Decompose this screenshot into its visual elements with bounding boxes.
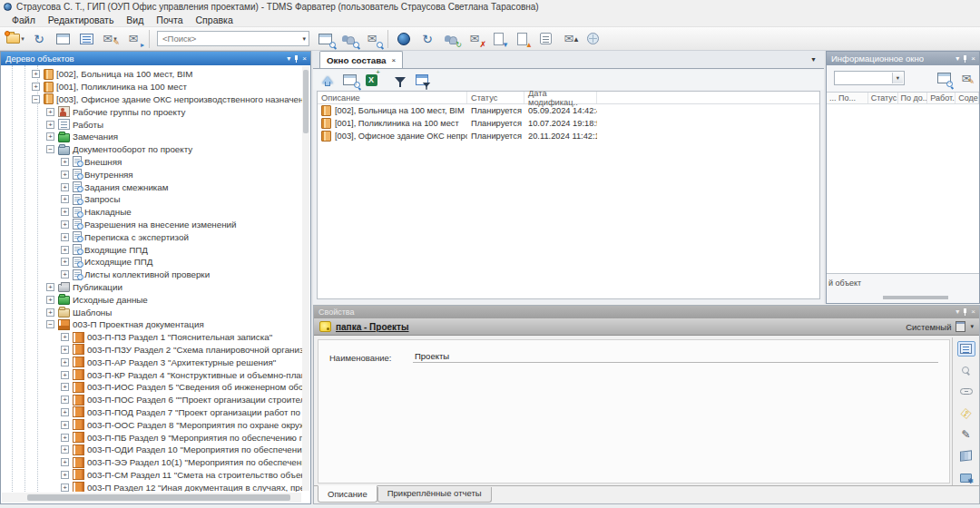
expand-icon[interactable]: + bbox=[61, 434, 69, 442]
table-row[interactable]: [003], Офисное здание ОКС непроизводст..… bbox=[318, 130, 819, 142]
category-settings-button[interactable] bbox=[957, 470, 975, 485]
expand-icon[interactable]: + bbox=[61, 484, 69, 492]
tree-item[interactable]: +003-П-АР Раздел 3 "Архитектурные решени… bbox=[1, 356, 302, 368]
close-icon[interactable]: × bbox=[302, 55, 307, 63]
tab-active[interactable]: Описание bbox=[318, 485, 377, 503]
tree-item[interactable]: +Входящие ППД bbox=[1, 243, 302, 256]
column-header[interactable]: Статус bbox=[467, 92, 524, 103]
tree-item[interactable]: +Внешняя bbox=[1, 156, 302, 169]
expand-icon[interactable]: + bbox=[61, 333, 69, 341]
access-button[interactable]: ⚿ bbox=[957, 405, 975, 421]
expand-icon[interactable]: + bbox=[61, 445, 69, 454]
close-icon[interactable]: × bbox=[971, 55, 975, 63]
tree-item[interactable]: +[002], Больница на 100 мест, BIM bbox=[1, 68, 302, 81]
filter-button[interactable] bbox=[389, 71, 411, 89]
tab-composition[interactable]: Окно состава × bbox=[319, 51, 403, 68]
tree-item[interactable]: +003-П-СМ Раздел 11 "Смета на строительс… bbox=[1, 469, 302, 482]
table-row[interactable]: [001], Поликлиника на 100 местПланируетс… bbox=[318, 117, 819, 130]
tree-item[interactable]: +Листы коллективной проверки bbox=[1, 269, 302, 281]
expand-icon[interactable]: + bbox=[46, 283, 54, 291]
tree-item[interactable]: +Рабочие группы по проекту bbox=[1, 105, 302, 118]
tree-item[interactable]: −003-П Проектная документация bbox=[1, 318, 302, 331]
close-icon[interactable]: × bbox=[971, 308, 975, 316]
expand-icon[interactable]: + bbox=[61, 171, 69, 179]
expand-icon[interactable]: + bbox=[46, 308, 54, 317]
object-card-button[interactable] bbox=[957, 341, 975, 357]
info-horizontal-scrollbar[interactable] bbox=[883, 296, 948, 299]
pin-icon[interactable] bbox=[294, 55, 299, 63]
tree-item[interactable]: +Накладные bbox=[1, 206, 302, 219]
document-send-button[interactable]: ▲ bbox=[511, 29, 533, 49]
tree-item[interactable]: +003-П-ОДИ Раздел 10 "Мероприятия по обе… bbox=[1, 444, 302, 456]
web-portal-button[interactable] bbox=[393, 29, 415, 49]
tree-item[interactable]: +Задания смежникам bbox=[1, 181, 302, 193]
info-mail-button[interactable]: ✉✎ bbox=[957, 68, 975, 88]
column-header[interactable]: ... По... bbox=[827, 93, 868, 103]
menu-item[interactable]: Редактировать bbox=[42, 15, 121, 25]
menu-item[interactable]: Вид bbox=[120, 15, 150, 25]
tree-item[interactable]: −[003], Офисное здание ОКС непроизводств… bbox=[1, 93, 302, 106]
panel-menu-icon[interactable]: ▾ bbox=[956, 55, 959, 63]
object-card-button[interactable] bbox=[75, 29, 97, 49]
expand-icon[interactable]: + bbox=[61, 258, 69, 266]
tree-item[interactable]: +003-П-ПЗУ Раздел 2 "Схема планировочной… bbox=[1, 344, 302, 357]
panel-menu-icon[interactable]: ▾ bbox=[287, 55, 290, 63]
tree-item[interactable]: +003-П-ПЗ Раздел 1 "Пояснительная записк… bbox=[1, 331, 302, 344]
expand-icon[interactable]: + bbox=[46, 132, 54, 141]
expand-icon[interactable]: + bbox=[46, 121, 54, 129]
column-header[interactable]: Статус bbox=[868, 93, 898, 103]
column-header[interactable]: Соде... bbox=[956, 93, 979, 103]
tree-item[interactable]: +Запросы bbox=[1, 193, 302, 206]
tree-item[interactable]: +Переписка с экспертизой bbox=[1, 230, 302, 243]
mail-delete-button[interactable]: ✉✗ bbox=[464, 29, 485, 49]
form-menu-icon[interactable] bbox=[956, 321, 965, 332]
internet-button[interactable] bbox=[582, 29, 603, 49]
chevron-down-icon[interactable]: ▾ bbox=[892, 73, 903, 83]
mail-send-button[interactable]: ✉▸ bbox=[122, 29, 144, 49]
tree-item[interactable]: +Публикации bbox=[1, 281, 302, 294]
edit-button[interactable]: ✎ bbox=[957, 427, 975, 443]
info-filter-combobox[interactable]: ▾ bbox=[834, 71, 905, 85]
expand-icon[interactable]: + bbox=[61, 408, 69, 416]
search-input[interactable]: <Поиск> bbox=[162, 34, 196, 44]
collapse-icon[interactable]: − bbox=[32, 95, 40, 103]
expand-icon[interactable]: + bbox=[61, 183, 69, 191]
report-search-button[interactable] bbox=[338, 71, 360, 89]
expand-icon[interactable]: + bbox=[61, 458, 69, 466]
expand-icon[interactable]: + bbox=[46, 296, 54, 304]
expand-icon[interactable]: + bbox=[61, 471, 69, 479]
search-combobox[interactable]: <Поиск> ▾ bbox=[157, 31, 309, 46]
expand-icon[interactable]: + bbox=[61, 421, 69, 429]
search-button[interactable] bbox=[957, 363, 975, 378]
pin-icon[interactable] bbox=[963, 308, 967, 316]
chevron-down-icon[interactable]: ▾ bbox=[21, 35, 24, 43]
tree-item[interactable]: +003-П-ПОД Раздел 7 "Проект организации … bbox=[1, 406, 302, 419]
expand-icon[interactable]: + bbox=[32, 70, 40, 78]
object-link[interactable]: папка - Проекты bbox=[336, 322, 409, 332]
tree-item[interactable]: +Разрешения на внесение изменений bbox=[1, 219, 302, 231]
expand-icon[interactable]: + bbox=[61, 358, 69, 366]
tree-item[interactable]: +[001], Поликлиника на 100 мест bbox=[1, 81, 302, 93]
expand-icon[interactable]: + bbox=[32, 83, 40, 91]
notes-button[interactable] bbox=[534, 29, 556, 49]
table-row[interactable]: [002], Больница на 100 мест, BIMПланируе… bbox=[318, 104, 819, 117]
expand-icon[interactable]: + bbox=[61, 246, 69, 254]
tree-item[interactable]: +003-П-ПОС Раздел 6 ""Проект организации… bbox=[1, 394, 302, 406]
menu-item[interactable]: Файл bbox=[5, 15, 42, 25]
search-users-button[interactable] bbox=[338, 29, 359, 49]
navigate-up-button[interactable] bbox=[317, 71, 338, 89]
menu-item[interactable]: Справка bbox=[190, 15, 240, 25]
mail-import-button[interactable]: ✉▲ bbox=[558, 29, 580, 49]
column-header[interactable]: Работ... bbox=[927, 93, 956, 103]
pin-icon[interactable] bbox=[963, 55, 967, 63]
column-header[interactable]: Дата модификац.. bbox=[524, 92, 597, 103]
menu-item[interactable]: Почта bbox=[150, 15, 189, 25]
expand-icon[interactable]: + bbox=[61, 233, 69, 241]
expand-icon[interactable]: + bbox=[61, 371, 69, 379]
tree-item[interactable]: +Шаблоны bbox=[1, 306, 302, 318]
versions-button[interactable] bbox=[957, 449, 975, 464]
expand-icon[interactable]: + bbox=[46, 108, 54, 116]
name-field[interactable]: Проекты bbox=[413, 351, 938, 363]
sync-refresh-button[interactable]: ↻ bbox=[416, 29, 438, 49]
column-settings-button[interactable] bbox=[411, 71, 433, 89]
